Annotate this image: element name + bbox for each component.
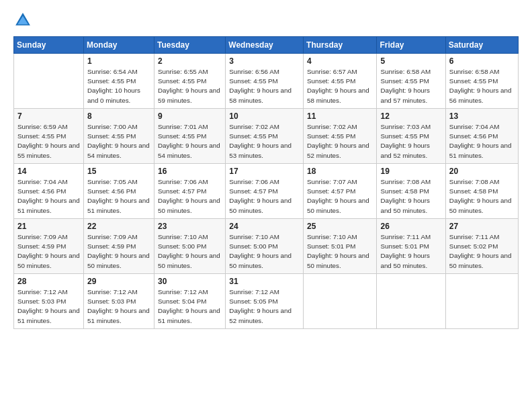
day-number: 8 [87, 111, 150, 121]
day-info: Sunrise: 7:12 AMSunset: 5:04 PMDaylight:… [158, 287, 222, 326]
day-number: 17 [229, 167, 300, 176]
day-cell: 9Sunrise: 7:01 AMSunset: 4:55 PMDaylight… [154, 109, 226, 164]
day-info: Sunrise: 7:11 AMSunset: 5:01 PMDaylight:… [380, 232, 441, 271]
day-cell: 30Sunrise: 7:12 AMSunset: 5:04 PMDayligh… [154, 274, 226, 329]
day-cell: 13Sunrise: 7:04 AMSunset: 4:56 PMDayligh… [445, 109, 518, 164]
day-number: 1 [87, 56, 150, 66]
day-number: 6 [449, 56, 515, 66]
day-info: Sunrise: 7:08 AMSunset: 4:58 PMDaylight:… [449, 177, 515, 216]
day-number: 30 [158, 277, 222, 286]
day-info: Sunrise: 7:06 AMSunset: 4:57 PMDaylight:… [229, 177, 300, 216]
day-cell [304, 274, 377, 329]
day-cell: 3Sunrise: 6:56 AMSunset: 4:55 PMDaylight… [226, 54, 304, 109]
day-info: Sunrise: 6:58 AMSunset: 4:55 PMDaylight:… [380, 67, 441, 105]
day-info: Sunrise: 7:02 AMSunset: 4:55 PMDaylight:… [307, 122, 373, 161]
day-cell: 8Sunrise: 7:00 AMSunset: 4:55 PMDaylight… [84, 109, 154, 164]
day-cell: 24Sunrise: 7:10 AMSunset: 5:00 PMDayligh… [226, 219, 304, 274]
day-cell: 25Sunrise: 7:10 AMSunset: 5:01 PMDayligh… [304, 219, 377, 274]
day-cell: 27Sunrise: 7:11 AMSunset: 5:02 PMDayligh… [445, 219, 518, 274]
day-cell: 18Sunrise: 7:07 AMSunset: 4:57 PMDayligh… [304, 164, 377, 219]
day-number: 27 [449, 222, 515, 231]
day-info: Sunrise: 7:08 AMSunset: 4:58 PMDaylight:… [380, 177, 441, 216]
week-row-0: 1Sunrise: 6:54 AMSunset: 4:55 PMDaylight… [14, 54, 519, 109]
day-info: Sunrise: 6:58 AMSunset: 4:55 PMDaylight:… [449, 67, 515, 105]
day-number: 14 [17, 167, 80, 176]
day-number: 18 [307, 167, 373, 176]
header-tuesday: Tuesday [154, 37, 226, 54]
logo [13, 11, 35, 30]
day-cell: 17Sunrise: 7:06 AMSunset: 4:57 PMDayligh… [226, 164, 304, 219]
day-cell [445, 274, 518, 329]
day-info: Sunrise: 7:04 AMSunset: 4:56 PMDaylight:… [449, 122, 515, 161]
day-info: Sunrise: 7:10 AMSunset: 5:01 PMDaylight:… [307, 232, 373, 271]
day-cell: 26Sunrise: 7:11 AMSunset: 5:01 PMDayligh… [377, 219, 445, 274]
day-info: Sunrise: 6:56 AMSunset: 4:55 PMDaylight:… [229, 67, 300, 105]
day-number: 25 [307, 222, 373, 231]
day-cell: 14Sunrise: 7:04 AMSunset: 4:56 PMDayligh… [14, 164, 84, 219]
day-cell: 7Sunrise: 6:59 AMSunset: 4:55 PMDaylight… [14, 109, 84, 164]
day-cell: 23Sunrise: 7:10 AMSunset: 5:00 PMDayligh… [154, 219, 226, 274]
header-saturday: Saturday [445, 37, 518, 54]
day-number: 21 [17, 222, 80, 231]
day-number: 20 [449, 167, 515, 176]
day-info: Sunrise: 7:04 AMSunset: 4:56 PMDaylight:… [17, 177, 80, 216]
day-number: 24 [229, 222, 300, 231]
day-number: 3 [229, 56, 300, 66]
page-container: SundayMondayTuesdayWednesdayThursdayFrid… [0, 0, 532, 336]
day-cell: 16Sunrise: 7:06 AMSunset: 4:57 PMDayligh… [154, 164, 226, 219]
day-cell: 15Sunrise: 7:05 AMSunset: 4:56 PMDayligh… [84, 164, 154, 219]
day-number: 9 [158, 111, 222, 121]
day-cell: 2Sunrise: 6:55 AMSunset: 4:55 PMDaylight… [154, 54, 226, 109]
day-cell: 31Sunrise: 7:12 AMSunset: 5:05 PMDayligh… [226, 274, 304, 329]
week-row-3: 21Sunrise: 7:09 AMSunset: 4:59 PMDayligh… [14, 219, 519, 274]
header-thursday: Thursday [304, 37, 377, 54]
day-cell: 6Sunrise: 6:58 AMSunset: 4:55 PMDaylight… [445, 54, 518, 109]
day-cell: 1Sunrise: 6:54 AMSunset: 4:55 PMDaylight… [84, 54, 154, 109]
day-number: 12 [380, 111, 441, 121]
day-number: 13 [449, 111, 515, 121]
day-info: Sunrise: 6:57 AMSunset: 4:55 PMDaylight:… [307, 67, 373, 105]
week-row-4: 28Sunrise: 7:12 AMSunset: 5:03 PMDayligh… [14, 274, 519, 329]
logo-icon [13, 11, 32, 30]
header-row: SundayMondayTuesdayWednesdayThursdayFrid… [14, 37, 519, 54]
day-info: Sunrise: 7:11 AMSunset: 5:02 PMDaylight:… [449, 232, 515, 271]
day-info: Sunrise: 7:09 AMSunset: 4:59 PMDaylight:… [87, 232, 150, 271]
day-number: 29 [87, 277, 150, 286]
header-monday: Monday [84, 37, 154, 54]
day-info: Sunrise: 7:10 AMSunset: 5:00 PMDaylight:… [158, 232, 222, 271]
day-number: 15 [87, 167, 150, 176]
day-number: 4 [307, 56, 373, 66]
day-info: Sunrise: 7:05 AMSunset: 4:56 PMDaylight:… [87, 177, 150, 216]
day-info: Sunrise: 7:03 AMSunset: 4:55 PMDaylight:… [380, 122, 441, 161]
day-cell: 4Sunrise: 6:57 AMSunset: 4:55 PMDaylight… [304, 54, 377, 109]
day-info: Sunrise: 7:12 AMSunset: 5:03 PMDaylight:… [17, 287, 80, 326]
day-cell: 28Sunrise: 7:12 AMSunset: 5:03 PMDayligh… [14, 274, 84, 329]
day-info: Sunrise: 6:55 AMSunset: 4:55 PMDaylight:… [158, 67, 222, 105]
day-info: Sunrise: 7:10 AMSunset: 5:00 PMDaylight:… [229, 232, 300, 271]
day-cell: 12Sunrise: 7:03 AMSunset: 4:55 PMDayligh… [377, 109, 445, 164]
day-info: Sunrise: 7:09 AMSunset: 4:59 PMDaylight:… [17, 232, 80, 271]
day-cell [377, 274, 445, 329]
page-header [13, 11, 519, 30]
day-number: 7 [17, 111, 80, 121]
header-sunday: Sunday [14, 37, 84, 54]
day-info: Sunrise: 7:06 AMSunset: 4:57 PMDaylight:… [158, 177, 222, 216]
day-number: 5 [380, 56, 441, 66]
day-info: Sunrise: 6:59 AMSunset: 4:55 PMDaylight:… [17, 122, 80, 161]
header-wednesday: Wednesday [226, 37, 304, 54]
day-info: Sunrise: 7:12 AMSunset: 5:03 PMDaylight:… [87, 287, 150, 326]
day-cell: 20Sunrise: 7:08 AMSunset: 4:58 PMDayligh… [445, 164, 518, 219]
day-number: 22 [87, 222, 150, 231]
day-info: Sunrise: 6:54 AMSunset: 4:55 PMDaylight:… [87, 67, 150, 105]
day-number: 16 [158, 167, 222, 176]
day-number: 23 [158, 222, 222, 231]
day-cell: 10Sunrise: 7:02 AMSunset: 4:55 PMDayligh… [226, 109, 304, 164]
day-cell: 29Sunrise: 7:12 AMSunset: 5:03 PMDayligh… [84, 274, 154, 329]
day-info: Sunrise: 7:12 AMSunset: 5:05 PMDaylight:… [229, 287, 300, 326]
day-info: Sunrise: 7:01 AMSunset: 4:55 PMDaylight:… [158, 122, 222, 161]
day-number: 19 [380, 167, 441, 176]
week-row-2: 14Sunrise: 7:04 AMSunset: 4:56 PMDayligh… [14, 164, 519, 219]
day-number: 10 [229, 111, 300, 121]
day-cell: 11Sunrise: 7:02 AMSunset: 4:55 PMDayligh… [304, 109, 377, 164]
day-cell: 22Sunrise: 7:09 AMSunset: 4:59 PMDayligh… [84, 219, 154, 274]
